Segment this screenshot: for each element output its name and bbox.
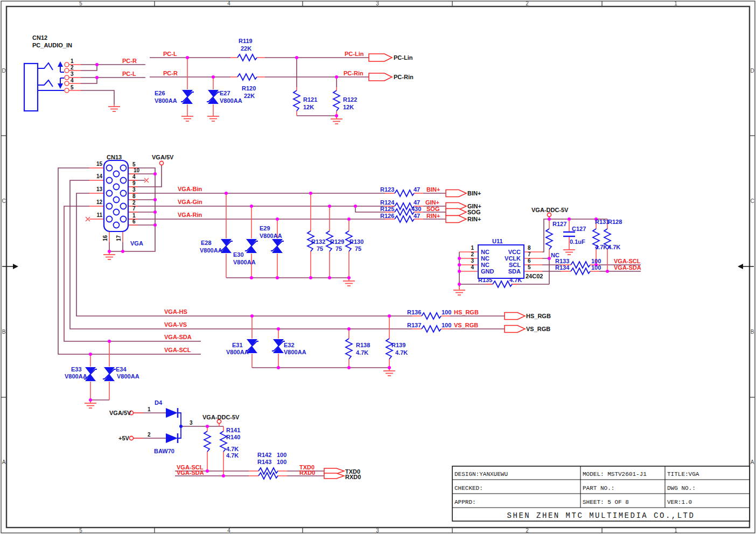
- label-pcl_l: PC-L: [122, 71, 136, 77]
- label-e30v: V800AA: [233, 259, 256, 265]
- junction-dot: [458, 283, 461, 286]
- label-hs_n: HS_RGB: [454, 309, 479, 315]
- label-tb_apprd: APPRD:: [454, 499, 476, 505]
- junction-dot: [458, 270, 461, 273]
- d4-diode-b: [166, 433, 178, 443]
- jack-pin: [65, 68, 69, 73]
- r119: [237, 54, 257, 61]
- label-r133v: 100: [591, 258, 601, 264]
- junction-dot: [458, 257, 461, 260]
- label-vga_vs: VGA-VS: [164, 321, 187, 328]
- r136: [422, 313, 441, 319]
- right-arrow-icon: [738, 264, 743, 269]
- label-p15: 15: [96, 161, 103, 167]
- label-a2: 2: [71, 65, 74, 71]
- cn12-audio-jack: [24, 61, 69, 111]
- label-r121v: 12K: [303, 104, 314, 110]
- wire: [38, 63, 53, 70]
- label-r143v: 100: [277, 459, 286, 465]
- label-vga_scl2: VGA-SCL: [164, 347, 191, 353]
- junction-dot: [95, 63, 99, 66]
- label-gndpin: GND: [481, 268, 494, 275]
- jack-pin: [65, 88, 69, 93]
- bin-port: [446, 190, 466, 197]
- ground-symbol: [181, 114, 193, 121]
- company-name: SHEN ZHEN MTC MULTIMEDIA CO.,LTD: [507, 511, 695, 520]
- label-cn12_ref: CN12: [32, 34, 47, 41]
- label-r142: R142: [257, 452, 271, 458]
- label-pclin_p: PC-Lin: [394, 54, 413, 61]
- label-p5v: +5V: [118, 435, 130, 441]
- label-tb_part: PART NO.:: [583, 485, 614, 491]
- junction-dot: [108, 340, 111, 343]
- zone-left-C: C: [2, 198, 5, 204]
- junction-dot: [606, 270, 609, 273]
- zone-bottom-1: 1: [674, 528, 677, 533]
- label-d2: 2: [148, 432, 151, 438]
- label-r127: R127: [552, 221, 566, 227]
- label-a1: 1: [71, 58, 74, 64]
- label-a4: 4: [71, 78, 74, 83]
- label-rxd_p: RXD0: [345, 474, 361, 480]
- label-u11p3: 3: [471, 258, 474, 264]
- label-r122: R122: [343, 96, 357, 103]
- junction-dot: [354, 205, 357, 208]
- label-ddc1: VGA-DDC-5V: [531, 207, 569, 213]
- label-r139v: 4.7K: [395, 349, 408, 356]
- ground-symbol: [383, 369, 395, 376]
- p5v-port-icon: [129, 436, 133, 440]
- label-q10: 10: [134, 167, 140, 173]
- label-r125v: 430: [411, 206, 421, 212]
- title-block: DESIGN:YANXUEWUMODEL: MSTV2601-J1TITLE:V…: [452, 466, 750, 521]
- cn13-vga-connector: [104, 160, 128, 231]
- label-pcl_r: PC-L: [163, 51, 177, 57]
- label-scl_n: VGA-SCL: [614, 258, 641, 264]
- label-bin_n: BIN+: [426, 186, 440, 193]
- label-q7: 7: [132, 206, 136, 212]
- junction-dot: [250, 314, 254, 318]
- label-cn12_name: PC_AUDIO_IN: [32, 42, 72, 48]
- label-r132v: 75: [317, 245, 323, 252]
- e27: [207, 90, 220, 104]
- label-nc1: NC: [481, 249, 489, 255]
- label-u11: U11: [492, 238, 503, 244]
- label-p16: 16: [102, 235, 108, 241]
- label-u11p1: 1: [471, 245, 474, 251]
- label-sda_n: VGA-SDA: [614, 264, 641, 271]
- r123: [395, 190, 414, 196]
- junction-dot: [153, 198, 157, 201]
- junction-dot: [309, 192, 312, 195]
- ground-symbol: [343, 279, 355, 286]
- label-c127v: 0.1uF: [570, 238, 585, 245]
- label-r125: R125: [380, 206, 394, 212]
- label-vga5v: VGA/5V: [152, 154, 174, 160]
- zone-top-3: 3: [376, 1, 379, 6]
- label-vclk: VCLK: [505, 255, 521, 262]
- e32: [272, 339, 285, 353]
- junction-dot: [89, 353, 92, 356]
- junction-dot: [222, 474, 225, 477]
- label-r120: R120: [242, 85, 256, 92]
- label-e33: E33: [71, 366, 82, 373]
- label-pcr_l: PC-R: [122, 58, 137, 64]
- label-r137v: 100: [442, 322, 451, 328]
- e29: [271, 239, 284, 253]
- label-u11p7: 7: [528, 251, 531, 257]
- ground-symbol: [207, 114, 219, 121]
- label-vs_n: VS_RGB: [454, 322, 478, 328]
- junction-dot: [95, 76, 99, 79]
- schematic-page: 5544332211DDCCBBAA CN12PC_AUDIO_IN12345P…: [0, 0, 756, 534]
- r143: [258, 473, 278, 479]
- label-tb_dwg: DWG NO.:: [667, 485, 696, 491]
- label-u11p6: 6: [528, 258, 531, 264]
- label-r123v: 47: [414, 186, 420, 193]
- jack-pin: [65, 75, 69, 80]
- zone-bottom-2: 2: [526, 528, 529, 533]
- label-sclpin: SCL: [509, 262, 521, 268]
- left-arrow-icon: [13, 264, 18, 269]
- label-vga_rin: VGA-Rin: [178, 212, 202, 218]
- label-q1: 1: [132, 213, 136, 219]
- junction-dot: [388, 314, 391, 318]
- label-tb_checked: CHECKED:: [454, 485, 483, 491]
- jack-pin: [65, 62, 69, 67]
